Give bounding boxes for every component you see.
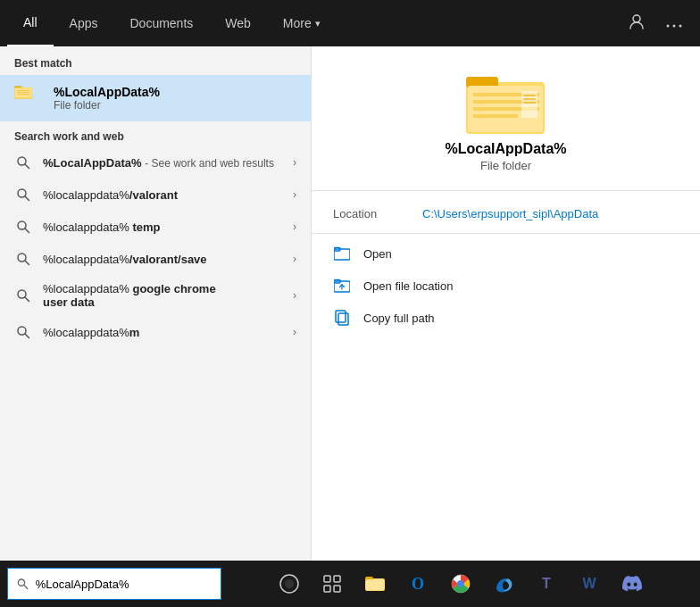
chevron-right-icon: ›: [293, 253, 296, 265]
chevron-right-icon: ›: [293, 156, 296, 169]
folder-icon-large: [466, 68, 546, 141]
user-icon[interactable]: [625, 10, 648, 37]
result-title: %LocalAppData%: [445, 141, 566, 157]
main-area: Best match %LocalAppData% File folder: [0, 46, 700, 589]
task-view-button[interactable]: [312, 564, 352, 603]
svg-point-0: [633, 15, 640, 22]
svg-point-46: [285, 579, 294, 588]
copy-full-path-label: Copy full path: [363, 312, 435, 325]
search-item-text: %LocalAppData% - See work and web result…: [43, 156, 282, 170]
location-label: Location: [333, 207, 422, 220]
teams-button[interactable]: T: [527, 564, 566, 603]
svg-line-18: [25, 261, 29, 265]
list-item[interactable]: %localappdata% google chromeuser data ›: [0, 275, 311, 316]
copy-path-action[interactable]: Copy full path: [312, 302, 700, 334]
list-item[interactable]: %LocalAppData% - See work and web result…: [0, 146, 311, 179]
svg-point-2: [673, 25, 676, 28]
svg-point-1: [667, 25, 670, 28]
search-button[interactable]: [270, 564, 309, 603]
word-button[interactable]: W: [570, 564, 609, 603]
tab-all[interactable]: All: [7, 0, 54, 46]
list-item[interactable]: %localappdata%m ›: [0, 316, 311, 348]
svg-rect-53: [366, 579, 384, 590]
svg-rect-48: [334, 576, 340, 582]
chevron-right-icon: ›: [293, 289, 296, 302]
svg-point-56: [458, 581, 464, 587]
action-divider: [312, 233, 700, 234]
open-action[interactable]: Open: [312, 237, 700, 270]
search-icon: [14, 287, 32, 304]
divider: [312, 190, 700, 191]
svg-rect-33: [523, 102, 536, 104]
copy-icon: [333, 309, 351, 327]
folder-open-icon: [333, 245, 351, 262]
outlook-button[interactable]: O: [398, 564, 438, 603]
svg-line-20: [25, 297, 29, 302]
svg-line-12: [25, 164, 29, 169]
svg-line-16: [25, 229, 29, 233]
tab-documents[interactable]: Documents: [113, 0, 209, 46]
left-panel: Best match %LocalAppData% File folder: [0, 46, 311, 589]
list-item[interactable]: %localappdata% temp ›: [0, 211, 311, 243]
more-options-icon[interactable]: [662, 12, 686, 35]
search-item-text: %localappdata% google chromeuser data: [43, 282, 282, 309]
search-icon: [14, 186, 32, 204]
right-panel: %LocalAppData% File folder Location C:\U…: [311, 46, 700, 589]
edge-button[interactable]: [484, 564, 523, 603]
open-file-location-action[interactable]: Open file location: [312, 270, 700, 302]
taskbar: O T W: [0, 561, 700, 607]
best-match-label: Best match: [0, 46, 311, 75]
top-nav: All Apps Documents Web More ▾: [0, 0, 700, 46]
search-item-text: %localappdata%/valorant/save: [43, 253, 282, 266]
file-explorer-button[interactable]: [355, 564, 395, 603]
svg-rect-29: [473, 114, 518, 118]
search-item-text: %localappdata% temp: [43, 220, 282, 234]
search-item-text: %localappdata%/valorant: [43, 188, 282, 202]
discord-button[interactable]: [612, 564, 652, 603]
taskbar-search-icon: [17, 578, 29, 590]
taskbar-icons: O T W: [221, 564, 700, 603]
search-icon: [14, 323, 32, 341]
best-match-text: %LocalAppData% File folder: [54, 85, 160, 112]
location-path[interactable]: C:\Users\erpsupport_sipl\AppData: [422, 207, 598, 220]
search-icon: [14, 250, 32, 268]
list-item[interactable]: %localappdata%/valorant/save ›: [0, 243, 311, 275]
best-match-item[interactable]: %LocalAppData% File folder: [0, 75, 311, 121]
svg-rect-32: [523, 98, 536, 100]
tab-apps[interactable]: Apps: [54, 0, 114, 46]
folder-location-icon: [333, 277, 351, 295]
search-web-label: Search work and web: [0, 121, 311, 146]
taskbar-search[interactable]: [7, 568, 221, 600]
chevron-right-icon: ›: [293, 220, 296, 233]
chrome-button[interactable]: [441, 564, 480, 603]
svg-rect-7: [15, 88, 30, 96]
chevron-down-icon: ▾: [315, 18, 321, 29]
chevron-right-icon: ›: [293, 188, 296, 201]
svg-rect-41: [338, 313, 348, 325]
chevron-right-icon: ›: [293, 326, 296, 338]
search-icon: [14, 154, 32, 171]
open-label: Open: [363, 247, 392, 261]
open-file-location-label: Open file location: [363, 279, 453, 293]
svg-rect-49: [324, 586, 330, 592]
taskbar-search-input[interactable]: [36, 578, 212, 591]
list-item[interactable]: %localappdata%/valorant ›: [0, 179, 311, 211]
svg-line-14: [25, 196, 29, 201]
svg-point-3: [679, 25, 682, 28]
result-subtitle: File folder: [480, 159, 531, 172]
tab-web[interactable]: Web: [209, 0, 267, 46]
svg-rect-42: [336, 311, 346, 322]
svg-rect-50: [334, 586, 340, 592]
svg-line-22: [25, 334, 29, 338]
svg-rect-31: [523, 95, 536, 96]
location-row: Location C:\Users\erpsupport_sipl\AppDat…: [312, 202, 700, 226]
svg-rect-47: [324, 576, 330, 582]
search-item-text: %localappdata%m: [43, 326, 282, 339]
search-icon: [14, 218, 32, 236]
folder-icon: [14, 84, 43, 112]
tab-more[interactable]: More ▾: [267, 0, 337, 46]
svg-line-44: [24, 585, 28, 588]
